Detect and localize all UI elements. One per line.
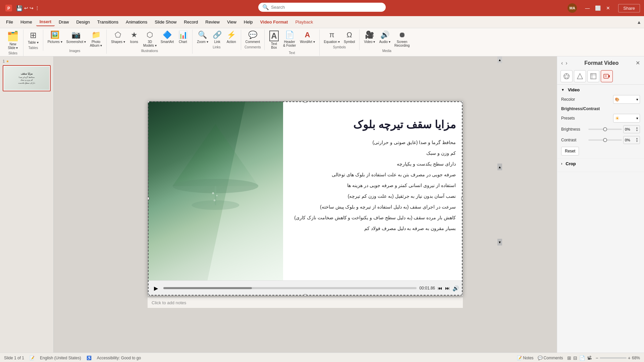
ribbon-group-illustrations: ⬠ Shapes ▾ ★ Icons ⬡ 3DModels ▾ 🔷 SmartA… [107, 30, 193, 54]
save-icon[interactable]: 💾 [16, 5, 23, 11]
minimize-icon[interactable]: — [585, 5, 590, 11]
symbol-icon: Ω [346, 31, 352, 39]
shapes-button[interactable]: ⬠ Shapes ▾ [109, 30, 127, 48]
brightness-slider-thumb[interactable] [603, 127, 607, 131]
presets-dropdown[interactable]: ☀ ▾ [613, 114, 640, 123]
close-icon[interactable]: ✕ [606, 5, 610, 11]
share-button[interactable]: Share [618, 4, 640, 12]
size-format-tab[interactable] [587, 70, 599, 82]
video-format-tab[interactable] [601, 70, 613, 82]
redo-icon[interactable]: ↪ [30, 5, 34, 11]
zoom-slider[interactable] [600, 357, 627, 359]
menu-insert[interactable]: Insert [36, 18, 55, 26]
crop-section-header[interactable]: › Crop [561, 161, 640, 166]
selection-handle-ml[interactable] [148, 197, 149, 200]
audio-button[interactable]: 🔊 Audio ▾ [377, 30, 392, 48]
brightness-slider-track[interactable] [588, 129, 622, 130]
zoom-out-icon[interactable]: − [596, 355, 598, 361]
scroll-up-btn[interactable]: ▲ [497, 164, 502, 170]
progress-bar[interactable] [163, 287, 417, 289]
bullet-5: استفاده از نیروی انسانی کمتر و صرفه جویی… [289, 181, 456, 190]
menu-help[interactable]: Help [240, 18, 256, 26]
notes-area[interactable]: Click to add notes [148, 297, 463, 308]
symbol-button[interactable]: Ω Symbol [342, 30, 357, 45]
equation-button[interactable]: π Equation ▾ [322, 30, 341, 45]
skip-forward-button[interactable]: ⏭ [445, 285, 450, 291]
slide-sorter-icon[interactable]: ⊟ [573, 355, 577, 361]
brightness-value-input[interactable]: 0% ▲ ▼ [623, 125, 640, 133]
recolor-dropdown[interactable]: 🎨 ▾ [613, 95, 640, 104]
color-format-tab[interactable] [560, 70, 573, 82]
menu-video-format[interactable]: Video Format [257, 18, 291, 26]
table-button[interactable]: ⊞ Table ▾ [26, 30, 40, 45]
shape-format-tab[interactable] [574, 70, 586, 82]
panel-forward-button[interactable]: › [566, 60, 567, 66]
selection-handle-tl[interactable] [148, 101, 149, 103]
chart-button[interactable]: 📊 Chart [176, 30, 190, 48]
customize-icon[interactable]: ⋮ [35, 5, 40, 11]
photo-album-button[interactable]: 📁 PhotoAlbum ▾ [88, 30, 104, 48]
maximize-icon[interactable]: ⬜ [595, 5, 601, 11]
comment-button[interactable]: 💬 Comment [244, 30, 262, 45]
search-input[interactable] [271, 5, 372, 10]
normal-view-icon[interactable]: ⊞ [567, 355, 571, 361]
scroll-down-btn[interactable]: ▼ [497, 239, 502, 245]
selection-handle-mr[interactable] [461, 197, 463, 200]
panel-back-button[interactable]: ‹ [561, 60, 563, 66]
menu-home[interactable]: Home [17, 18, 36, 26]
header-footer-button[interactable]: 📄 Header& Footer [281, 30, 298, 50]
slide-thumbnail[interactable]: مزایا سقف محافظ گرما و صداکم وزن و سبکدا… [3, 65, 51, 91]
undo-icon[interactable]: ↩ [24, 5, 28, 11]
menu-transitions[interactable]: Transitions [94, 18, 122, 26]
user-avatar[interactable]: MA [568, 3, 577, 13]
ribbon-collapse-icon[interactable]: ▲ [637, 19, 641, 25]
screen-recording-button[interactable]: ⏺ ScreenRecording [393, 30, 412, 48]
volume-icon[interactable]: 🔊 [452, 285, 459, 291]
new-slide-button[interactable]: 🗂️ NewSlide ▾ [5, 30, 20, 51]
comments-button[interactable]: 💬 Comments [538, 356, 563, 360]
menu-review[interactable]: Review [202, 18, 223, 26]
menu-record[interactable]: Record [180, 18, 201, 26]
brightness-spin-down[interactable]: ▼ [636, 129, 638, 132]
reading-view-icon[interactable]: 📄 [579, 355, 585, 361]
action-button[interactable]: ⚡ Action [225, 30, 238, 45]
selection-handle-tm[interactable] [304, 101, 307, 103]
textbox-button[interactable]: A TextBox [267, 30, 281, 50]
pictures-button[interactable]: 🖼️ Pictures ▾ [46, 30, 64, 48]
3d-models-button[interactable]: ⬡ 3DModels ▾ [142, 30, 158, 48]
menu-playback[interactable]: Playback [292, 18, 316, 26]
wordart-button[interactable]: A WordArt ▾ [298, 30, 316, 50]
title-bar: P 💾 ↩ ↪ ⋮ Presentation1 - PowerPoint 🔍 M… [0, 0, 644, 16]
menu-design[interactable]: Design [73, 18, 93, 26]
contrast-value-input[interactable]: 0% ▲ ▼ [623, 136, 640, 144]
video-button[interactable]: 🎥 Video ▾ [362, 30, 377, 48]
menu-slideshow[interactable]: Slide Show [151, 18, 180, 26]
smartart-button[interactable]: 🔷 SmartArt [159, 30, 175, 48]
menu-view[interactable]: View [224, 18, 240, 26]
contrast-slider-track[interactable] [588, 139, 622, 141]
selection-handle-br[interactable] [461, 294, 463, 296]
skip-back-button[interactable]: ⏮ [438, 285, 442, 291]
menu-file[interactable]: File [3, 18, 16, 26]
menu-draw[interactable]: Draw [55, 18, 72, 26]
panel-close-button[interactable]: ✕ [636, 60, 640, 66]
selection-handle-bm[interactable] [304, 294, 307, 296]
link-button[interactable]: 🔗 Link [211, 30, 224, 45]
play-button[interactable]: ▶ [151, 283, 161, 293]
contrast-spin-down[interactable]: ▼ [636, 140, 638, 143]
contrast-slider-thumb[interactable] [603, 138, 607, 142]
screenshot-button[interactable]: 📷 Screenshot ▾ [65, 30, 88, 48]
zoom-button[interactable]: 🔍 Zoom ▾ [195, 30, 210, 45]
scroll-up-arrow[interactable]: ▲ [497, 56, 502, 63]
selection-handle-tr[interactable] [461, 101, 463, 103]
menu-bar: File Home Insert Draw Design Transitions… [0, 16, 644, 28]
zoom-in-icon[interactable]: + [628, 355, 631, 361]
notes-button[interactable]: 📝 Notes [517, 356, 533, 360]
icons-button[interactable]: ★ Icons [127, 30, 141, 48]
presenter-view-icon[interactable]: 📽 [587, 355, 592, 361]
reset-button[interactable]: Reset [561, 147, 579, 155]
video-section-header[interactable]: ▼ Video [561, 87, 640, 92]
menu-animations[interactable]: Animations [122, 18, 151, 26]
selection-handle-bl[interactable] [148, 294, 149, 296]
zoom-level[interactable]: 68% [632, 356, 640, 360]
